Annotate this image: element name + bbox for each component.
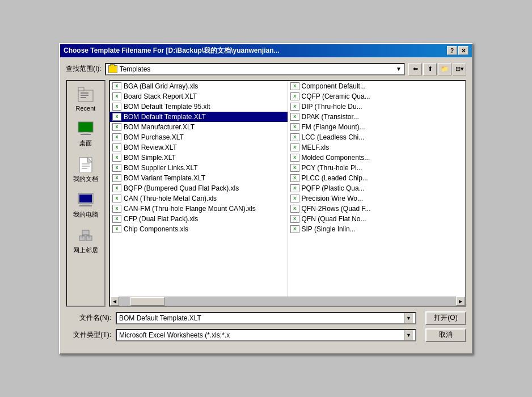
file-item[interactable]: PLCC (Leaded Chip... [288, 173, 466, 183]
file-item[interactable]: BOM Default Template.XLT [110, 112, 288, 122]
file-name: Component Default... [302, 82, 366, 90]
newfolder-button[interactable]: 📁 [438, 63, 451, 75]
back-button[interactable]: ⬅ [408, 63, 422, 75]
file-icon [112, 123, 121, 131]
file-name: BOM Review.XLT [124, 143, 177, 151]
file-item[interactable]: DPAK (Transistor... [288, 112, 466, 122]
svg-rect-6 [83, 132, 88, 134]
folder-icon [108, 65, 117, 73]
view-button[interactable]: ⊞▾ [453, 63, 466, 75]
file-icon [290, 133, 299, 141]
filename-dropdown-arrow[interactable]: ▼ [404, 313, 413, 323]
file-item[interactable]: Chip Components.xls [110, 224, 288, 234]
sidebar-item-desktop[interactable]: 桌面 [67, 117, 104, 150]
open-button[interactable]: 打开(O) [425, 311, 466, 325]
file-item[interactable]: FM (Flange Mount)... [288, 122, 466, 132]
filetype-combo[interactable]: ▼ [116, 329, 416, 341]
file-name: BOM Supplier Links.XLT [124, 164, 198, 172]
file-item[interactable]: MELF.xls [288, 142, 466, 153]
file-item[interactable]: BOM Supplier Links.XLT [110, 163, 288, 173]
file-name: PLCC (Leaded Chip... [302, 174, 368, 182]
file-list: BGA (Ball Grid Array).xlsBoard Stack Rep… [110, 81, 465, 297]
file-item[interactable]: BOM Simple.XLT [110, 153, 288, 163]
file-name: BGA (Ball Grid Array).xls [124, 82, 198, 90]
file-name: CAN-FM (Thru-hole Flange Mount CAN).xls [124, 205, 256, 213]
file-item[interactable]: BOM Purchase.XLT [110, 132, 288, 142]
file-column-right: Component Default...CQFP (Ceramic Qua...… [288, 81, 466, 297]
file-item[interactable]: Component Default... [288, 81, 466, 91]
file-item[interactable]: SIP (Single Inlin... [288, 224, 466, 234]
file-item[interactable]: BOM Manufacturer.XLT [110, 122, 288, 132]
file-icon [290, 195, 299, 202]
file-item[interactable]: PCY (Thru-hole Pl... [288, 163, 466, 173]
sidebar-item-mycomputer[interactable]: 我的电脑 [67, 189, 104, 221]
location-text: Templates [120, 65, 394, 73]
file-icon [290, 82, 299, 90]
scroll-track[interactable] [119, 297, 456, 306]
scroll-thumb[interactable] [130, 297, 164, 306]
filetype-row: 文件类型(T): ▼ 取消 [66, 328, 466, 342]
file-icon [290, 215, 299, 223]
toolbar-row: 查找范围(I): Templates ▼ ⬅ ⬆ 📁 ⊞▾ [66, 63, 466, 75]
location-dropdown[interactable]: Templates ▼ [105, 63, 405, 75]
cancel-button[interactable]: 取消 [425, 328, 466, 342]
svg-rect-16 [79, 205, 92, 206]
file-item[interactable]: QFN (Quad Flat No... [288, 214, 466, 224]
file-icon [112, 164, 121, 172]
svg-rect-12 [82, 168, 87, 169]
scroll-left-button[interactable]: ◀ [110, 297, 119, 306]
filename-input[interactable] [119, 314, 404, 322]
file-name: BOM Purchase.XLT [124, 133, 184, 141]
file-item[interactable]: DIP (Thru-hole Du... [288, 102, 466, 112]
sidebar-item-desktop-label: 桌面 [79, 139, 92, 147]
file-name: MELF.xls [302, 143, 330, 151]
file-name: Precision Wire Wo... [302, 195, 363, 202]
file-item[interactable]: PQFP (Plastic Qua... [288, 183, 466, 193]
file-item[interactable]: Molded Components... [288, 153, 466, 163]
filetype-dropdown-arrow[interactable]: ▼ [404, 330, 413, 340]
main-dialog: Choose Template Filename For [D:\Backup\… [59, 43, 473, 354]
help-button[interactable]: ? [447, 46, 457, 55]
file-item[interactable]: BOM Default Template 95.xlt [110, 102, 288, 112]
file-item[interactable]: BGA (Ball Grid Array).xls [110, 81, 288, 91]
file-name: CQFP (Ceramic Qua... [302, 92, 370, 100]
svg-rect-5 [78, 122, 93, 132]
svg-rect-8 [79, 158, 92, 172]
sidebar-item-mydocs[interactable]: 我的文档 [67, 153, 104, 185]
file-item[interactable]: CQFP (Ceramic Qua... [288, 91, 466, 102]
file-item[interactable]: Precision Wire Wo... [288, 193, 466, 204]
file-item[interactable]: CFP (Dual Flat Pack).xls [110, 214, 288, 224]
sidebar-item-network[interactable]: 网上邻居 [67, 225, 104, 257]
open-button-container: 打开(O) [425, 311, 466, 325]
sidebar-item-recent[interactable]: Recent [67, 83, 104, 114]
newfolder-icon: 📁 [441, 65, 449, 73]
file-item[interactable]: LCC (Leadless Chi... [288, 132, 466, 142]
file-item[interactable]: Board Stack Report.XLT [110, 91, 288, 102]
svg-rect-19 [82, 230, 89, 235]
file-name: BOM Manufacturer.XLT [124, 123, 195, 131]
file-name: BOM Default Template 95.xlt [124, 103, 210, 111]
sidebar-item-network-label: 网上邻居 [73, 246, 98, 255]
file-icon [112, 195, 121, 202]
filename-row: 文件名(N): ▼ 打开(O) [66, 311, 466, 325]
file-item[interactable]: BOM Variant Template.XLT [110, 173, 288, 183]
file-icon [290, 225, 299, 233]
filename-combo[interactable]: ▼ [116, 312, 416, 324]
scroll-right-button[interactable]: ▶ [456, 297, 465, 306]
file-item[interactable]: CAN (Thru-hole Metal Can).xls [110, 193, 288, 204]
location-label: 查找范围(I): [66, 64, 102, 74]
file-item[interactable]: QFN-2Rows (Quad F... [288, 204, 466, 214]
file-item[interactable]: CAN-FM (Thru-hole Flange Mount CAN).xls [110, 204, 288, 214]
file-item[interactable]: BOM Review.XLT [110, 142, 288, 153]
up-button[interactable]: ⬆ [423, 63, 437, 75]
close-button[interactable]: ✕ [458, 46, 468, 55]
filetype-input[interactable] [119, 331, 404, 339]
file-icon [290, 103, 299, 111]
sidebar-item-mycomputer-label: 我的电脑 [73, 210, 98, 219]
mycomputer-icon [77, 191, 95, 209]
dialog-title: Choose Template Filename For [D:\Backup\… [64, 46, 447, 56]
toolbar-buttons: ⬅ ⬆ 📁 ⊞▾ [408, 63, 466, 75]
horizontal-scrollbar[interactable]: ◀ ▶ [110, 297, 465, 306]
sidebar-item-recent-label: Recent [76, 105, 96, 112]
file-item[interactable]: BQFP (Bumpered Quad Flat Pack).xls [110, 183, 288, 193]
